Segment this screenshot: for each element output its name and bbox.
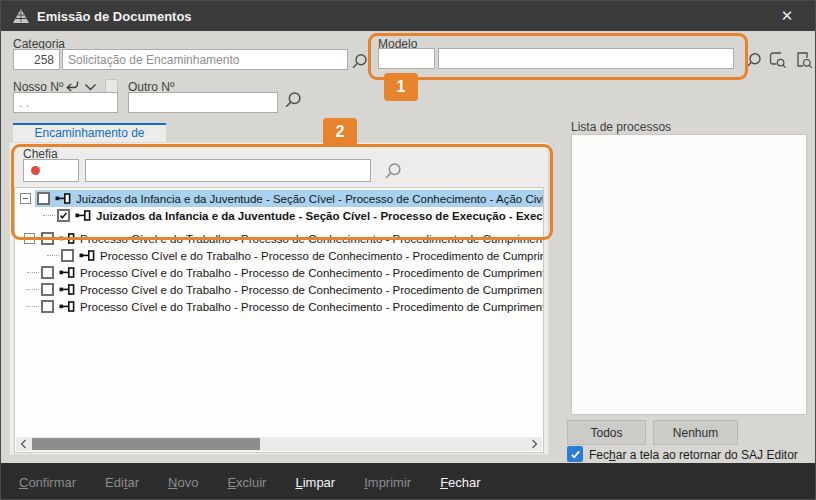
chefia-search-icon[interactable] [384, 162, 402, 180]
tree-collapse-icon[interactable] [20, 193, 31, 204]
nenhum-button[interactable]: Nenhum [653, 420, 738, 445]
fechar-tela-checkbox[interactable] [567, 446, 583, 462]
process-flow-icon [59, 267, 75, 278]
nosso-numero-field[interactable] [13, 92, 118, 113]
tree-checkbox[interactable] [61, 249, 74, 262]
fechar-tela-checkbox-label: Fechar a tela ao retornar do SAJ Editor [589, 448, 798, 462]
horizontal-scrollbar[interactable] [16, 437, 542, 451]
toolbar-button-fechar[interactable]: Fechar [440, 475, 480, 490]
process-flow-icon [55, 193, 71, 204]
toolbar-button-excluir[interactable]: Excluir [227, 475, 266, 490]
tree-checkbox[interactable] [41, 232, 54, 245]
tree-checkbox[interactable] [41, 266, 54, 279]
tree-connector [27, 289, 39, 290]
modelo-code-field[interactable] [378, 48, 435, 69]
tree-row[interactable]: Juizados da Infancia e da Juventude - Se… [15, 190, 544, 207]
toolbar-button-confirmar[interactable]: Confirmar [19, 475, 76, 490]
tree-row[interactable]: Juizados da Infancia e da Juventude - Se… [15, 207, 544, 224]
modelo-name-field[interactable] [438, 48, 734, 69]
modelo-document-search-icon[interactable] [794, 50, 813, 69]
chefia-name-field[interactable] [85, 159, 371, 182]
saj-logo-icon [13, 9, 29, 23]
toolbar-button-editar[interactable]: Editar [105, 475, 139, 490]
outro-numero-search-icon[interactable] [284, 91, 302, 109]
emissao-documentos-window: Emissão de Documentos ✕ Categoria Modelo… [0, 0, 816, 500]
tree-connector [27, 306, 39, 307]
outro-numero-field[interactable] [128, 92, 278, 113]
process-flow-icon [79, 250, 95, 261]
process-flow-icon [59, 301, 75, 312]
tree-collapse-icon[interactable] [24, 233, 35, 244]
chefia-code-field[interactable] [23, 159, 79, 182]
tree-item-label: Processo Cível e do Trabalho - Processo … [100, 250, 544, 262]
window-title: Emissão de Documentos [37, 9, 192, 24]
tab-encaminhamento-de-processo[interactable]: Encaminhamento de processo [13, 123, 166, 144]
tree-row[interactable]: Processo Cível e do Trabalho - Processo … [15, 247, 544, 264]
tree-checkbox[interactable] [41, 283, 54, 296]
process-flow-icon [59, 284, 75, 295]
tree-item-label: Processo Cível e do Trabalho - Processo … [80, 267, 544, 279]
tree-row[interactable]: Processo Cível e do Trabalho - Processo … [15, 264, 544, 281]
tree-row[interactable]: Processo Cível e do Trabalho - Processo … [15, 298, 544, 315]
required-dot-icon [31, 166, 40, 175]
tree-connector [47, 255, 59, 256]
tree-checkbox[interactable] [37, 192, 50, 205]
toolbar-button-novo[interactable]: Novo [168, 475, 198, 490]
scrollbar-thumb[interactable] [32, 438, 260, 450]
categoria-code-field[interactable] [13, 49, 60, 70]
tree-item-label: Processo Cível e do Trabalho - Processo … [80, 301, 544, 313]
tree-checkbox-checked[interactable] [57, 209, 70, 222]
scroll-left-icon[interactable] [16, 437, 31, 451]
categoria-name-field[interactable] [62, 49, 348, 70]
tree-checkbox[interactable] [41, 300, 54, 313]
tree-row[interactable]: Processo Cível e do Trabalho - Processo … [15, 281, 544, 298]
title-bar: Emissão de Documentos ✕ [1, 1, 816, 31]
tree-connector [43, 215, 55, 216]
modelo-preview-icon[interactable] [768, 50, 787, 69]
tree-item-label: Processo Cível e do Trabalho - Processo … [80, 233, 544, 245]
bottom-toolbar: Confirmar Editar Novo Excluir Limpar Imp… [1, 463, 816, 500]
tree-row[interactable]: Processo Cível e do Trabalho - Processo … [15, 230, 544, 247]
scroll-right-icon[interactable] [527, 437, 542, 451]
modelo-search-icon[interactable] [745, 52, 762, 69]
close-icon[interactable]: ✕ [765, 1, 809, 31]
lista-processos-listbox[interactable] [571, 134, 807, 415]
tree-item-label: Processo Cível e do Trabalho - Processo … [80, 284, 544, 296]
lista-processos-label: Lista de processos [571, 120, 671, 134]
tree-item-label: Juizados da Infancia e da Juventude - Se… [76, 193, 544, 205]
process-flow-icon [59, 233, 75, 244]
tree-item-label: Juizados da Infancia e da Juventude - Se… [96, 210, 544, 222]
tree-connector [27, 272, 39, 273]
categoria-search-icon[interactable] [351, 53, 368, 70]
toolbar-button-limpar[interactable]: Limpar [295, 475, 335, 490]
step-badge-1: 1 [384, 73, 418, 101]
process-tree: Juizados da Infancia e da Juventude - Se… [14, 187, 544, 453]
toolbar-button-imprimir[interactable]: Imprimir [364, 475, 411, 490]
process-flow-icon [75, 210, 91, 221]
chevron-down-icon[interactable] [84, 83, 97, 92]
todos-button[interactable]: Todos [567, 420, 646, 445]
